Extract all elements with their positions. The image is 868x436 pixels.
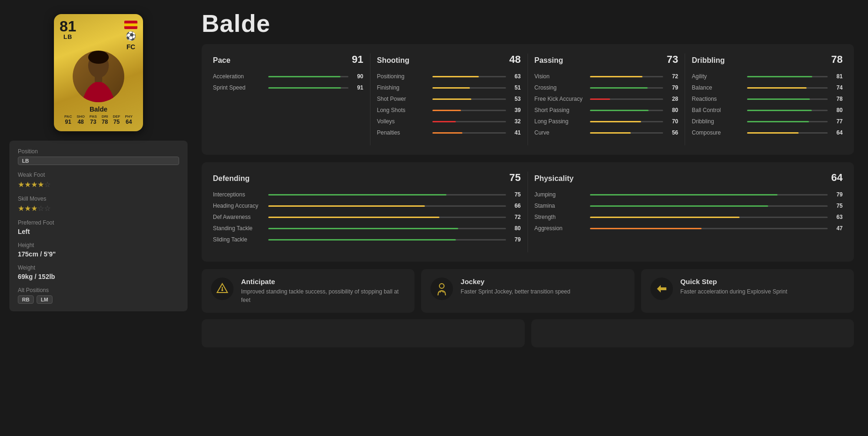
jockey-title: Jockey bbox=[460, 278, 570, 286]
stat-sliding-tackle: Sliding Tackle 79 bbox=[213, 236, 521, 243]
club-icon: ⚽ bbox=[126, 31, 136, 41]
shooting-label: Shooting bbox=[377, 56, 409, 65]
stat-def-awareness: Def Awareness 72 bbox=[213, 214, 521, 220]
position-row: Position LB bbox=[18, 148, 179, 165]
trait-quickstep: Quick Step Faster acceleration during Ex… bbox=[641, 269, 854, 313]
traits-row: Anticipate Improved standing tackle succ… bbox=[202, 269, 854, 313]
stat-positioning: Positioning 63 bbox=[377, 73, 521, 80]
bottom-card-2 bbox=[531, 319, 854, 347]
trait-jockey: Jockey Faster Sprint Jockey, better tran… bbox=[421, 269, 634, 313]
quickstep-text: Quick Step Faster acceleration during Ex… bbox=[680, 278, 787, 296]
stats-container-2: Defending 75 Interceptions 75 Heading Ac… bbox=[202, 162, 854, 262]
weak-foot-row: Weak Foot ★★★★☆ bbox=[18, 172, 179, 189]
jockey-icon bbox=[430, 278, 453, 300]
position-label: Position bbox=[18, 148, 179, 155]
stat-acceleration: Acceleration 90 bbox=[213, 73, 363, 80]
jockey-text: Jockey Faster Sprint Jockey, better tran… bbox=[460, 278, 570, 296]
passing-value: 73 bbox=[667, 53, 678, 66]
stat-composure: Composure 64 bbox=[692, 129, 843, 136]
card-position: LB bbox=[63, 34, 72, 40]
stat-sprint-speed: Sprint Speed 91 bbox=[213, 84, 363, 91]
preferred-foot-label: Preferred Foot bbox=[18, 219, 179, 226]
weight-row: Weight 69kg / 152lb bbox=[18, 264, 179, 280]
anticipate-icon bbox=[211, 278, 234, 300]
height-row: Height 175cm / 5'9" bbox=[18, 242, 179, 258]
stat-category-dribbling: Dribbling 78 Agility 81 Balance 74 React… bbox=[685, 53, 843, 145]
stat-category-physicality: Physicality 64 Jumping 79 Stamina 75 Str… bbox=[528, 172, 843, 252]
skill-moves-stars: ★★★☆☆ bbox=[18, 204, 179, 213]
stat-shot-power: Shot Power 53 bbox=[377, 96, 521, 102]
stat-heading-accuracy: Heading Accuracy 66 bbox=[213, 203, 521, 209]
position-badge: LB bbox=[18, 157, 179, 165]
dribbling-value: 78 bbox=[831, 53, 843, 66]
weight-value: 69kg / 152lb bbox=[18, 273, 179, 280]
player-card-wrapper: 81 LB ⚽ FC bbox=[9, 14, 188, 131]
pace-label: Pace bbox=[213, 56, 230, 65]
stat-strength: Strength 63 bbox=[535, 214, 843, 220]
alt-positions-row: Alt Positions RB LM bbox=[18, 287, 179, 304]
weight-label: Weight bbox=[18, 264, 179, 271]
player-photo bbox=[68, 48, 129, 105]
stat-agility: Agility 81 bbox=[692, 73, 843, 80]
player-name-title: Balde bbox=[202, 9, 854, 38]
stat-long-shots: Long Shots 39 bbox=[377, 107, 521, 113]
card-rating: 81 bbox=[60, 19, 76, 34]
svg-point-4 bbox=[221, 289, 223, 291]
anticipate-title: Anticipate bbox=[241, 278, 405, 286]
anticipate-desc: Improved standing tackle success, possib… bbox=[241, 287, 405, 304]
height-label: Height bbox=[18, 242, 179, 248]
card-flags: ⚽ FC bbox=[124, 21, 137, 51]
stat-crossing: Crossing 79 bbox=[535, 84, 679, 91]
passing-label: Passing bbox=[535, 56, 563, 65]
physicality-value: 64 bbox=[831, 172, 843, 184]
stat-curve: Curve 56 bbox=[535, 129, 679, 136]
stat-standing-tackle: Standing Tackle 80 bbox=[213, 225, 521, 232]
alt-pos-rb: RB bbox=[18, 295, 34, 304]
stat-reactions: Reactions 78 bbox=[692, 96, 843, 102]
bottom-row bbox=[202, 319, 854, 347]
acceleration-label: Acceleration bbox=[213, 73, 264, 80]
preferred-foot-row: Preferred Foot Left bbox=[18, 219, 179, 235]
bottom-card-1 bbox=[202, 319, 525, 347]
stat-short-passing: Short Passing 80 bbox=[535, 107, 679, 113]
stat-category-pace: Pace 91 Acceleration 90 Sprint Speed 91 bbox=[213, 53, 370, 145]
weak-foot-stars: ★★★★☆ bbox=[18, 180, 179, 189]
defending-label: Defending bbox=[213, 174, 249, 183]
stat-vision: Vision 72 bbox=[535, 73, 679, 80]
alt-positions-label: Alt Positions bbox=[18, 287, 179, 293]
stat-long-passing: Long Passing 70 bbox=[535, 118, 679, 125]
shooting-value: 48 bbox=[509, 53, 521, 66]
anticipate-text: Anticipate Improved standing tackle succ… bbox=[241, 278, 405, 304]
trait-anticipate: Anticipate Improved standing tackle succ… bbox=[202, 269, 415, 313]
weak-foot-label: Weak Foot bbox=[18, 172, 179, 178]
left-panel: 81 LB ⚽ FC bbox=[0, 0, 197, 436]
player-card: 81 LB ⚽ FC bbox=[54, 14, 143, 131]
alt-pos-lm: LM bbox=[37, 295, 53, 304]
physicality-label: Physicality bbox=[535, 174, 574, 183]
sprint-speed-label: Sprint Speed bbox=[213, 84, 264, 91]
stat-jumping: Jumping 79 bbox=[535, 191, 843, 198]
defending-value: 75 bbox=[509, 172, 521, 184]
stats-container: Pace 91 Acceleration 90 Sprint Speed 91 … bbox=[202, 44, 854, 155]
quickstep-desc: Faster acceleration during Explosive Spr… bbox=[680, 287, 787, 296]
stat-free-kick: Free Kick Accuracy 28 bbox=[535, 96, 679, 102]
card-player-name: Balde bbox=[90, 105, 107, 113]
quickstep-title: Quick Step bbox=[680, 278, 787, 286]
svg-point-1 bbox=[88, 51, 109, 64]
alt-positions-list: RB LM bbox=[18, 295, 179, 304]
stat-dribbling-sub: Dribbling 77 bbox=[692, 118, 843, 125]
preferred-foot-value: Left bbox=[18, 228, 179, 235]
quickstep-icon bbox=[650, 278, 673, 300]
stat-volleys: Volleys 32 bbox=[377, 118, 521, 125]
svg-rect-2 bbox=[95, 76, 102, 82]
card-stats-row: PAC91 SHO48 PAS73 DRI78 DEF75 PHY64 bbox=[60, 115, 137, 125]
svg-point-6 bbox=[439, 284, 444, 288]
right-panel: Balde Pace 91 Acceleration 90 Sprint Spe… bbox=[197, 0, 868, 436]
stat-aggression: Aggression 47 bbox=[535, 225, 843, 232]
spain-flag bbox=[124, 21, 137, 29]
info-panel: Position LB Weak Foot ★★★★☆ Skill Moves … bbox=[9, 141, 188, 311]
dribbling-label: Dribbling bbox=[692, 56, 725, 65]
skill-moves-row: Skill Moves ★★★☆☆ bbox=[18, 195, 179, 213]
stat-category-passing: Passing 73 Vision 72 Crossing 79 Free Ki… bbox=[528, 53, 686, 145]
stat-category-defending: Defending 75 Interceptions 75 Heading Ac… bbox=[213, 172, 528, 252]
